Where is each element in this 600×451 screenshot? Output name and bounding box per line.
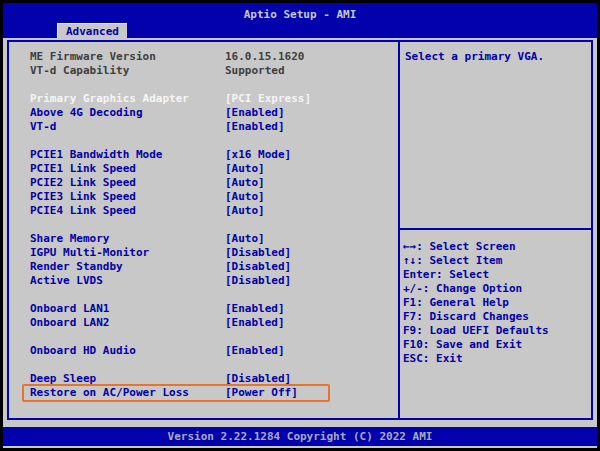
status-bar: Version 2.22.1284 Copyright (C) 2022 AMI [3, 427, 597, 446]
setting-row-deep-sleep[interactable]: Deep Sleep[Disabled] [9, 372, 398, 386]
bios-screen: Aptio Setup - AMI Advanced ME Firmware V… [0, 0, 600, 451]
setting-row-igpu-multi-monitor[interactable]: IGPU Multi-Monitor[Disabled] [9, 246, 398, 260]
blank-row [9, 288, 398, 302]
key-hint-select: Enter: Select [403, 268, 591, 282]
setting-label: PCIE4 Link Speed [30, 204, 136, 218]
help-pane: Select a primary VGA. ←→: Select Screen↑… [400, 42, 591, 418]
setting-row-onboard-lan1[interactable]: Onboard LAN1[Enabled] [9, 302, 398, 316]
setting-row-onboard-lan2[interactable]: Onboard LAN2[Enabled] [9, 316, 398, 330]
setting-value[interactable]: [Enabled] [225, 120, 285, 134]
setting-label: Render Standby [30, 260, 123, 274]
setting-label: Onboard LAN2 [30, 316, 109, 330]
setting-row-pcie2-link-speed[interactable]: PCIE2 Link Speed[Auto] [9, 176, 398, 190]
blank-row [9, 358, 398, 372]
setting-label: PCIE2 Link Speed [30, 176, 136, 190]
setting-row-restore-on-ac-power-loss[interactable]: Restore on AC/Power Loss[Power Off] [9, 386, 398, 400]
setting-value: 16.0.15.1620 [225, 50, 304, 64]
setting-value[interactable]: [Enabled] [225, 302, 285, 316]
app-title: Aptio Setup - AMI [3, 3, 597, 22]
setting-value[interactable]: [Disabled] [225, 274, 291, 288]
setting-value[interactable]: [x16 Mode] [225, 148, 291, 162]
setting-label: Active LVDS [30, 274, 103, 288]
setting-row-me-firmware-version: ME Firmware Version16.0.15.1620 [9, 50, 398, 64]
key-legend: ←→: Select Screen↑↓: Select ItemEnter: S… [403, 240, 591, 366]
blank-row [9, 78, 398, 92]
setting-row-pcie1-link-speed[interactable]: PCIE1 Link Speed[Auto] [9, 162, 398, 176]
key-hint-save-and-exit: F10: Save and Exit [403, 338, 591, 352]
setting-value[interactable]: [Enabled] [225, 344, 285, 358]
setting-value[interactable]: [Power Off] [225, 386, 298, 400]
blank-row [9, 218, 398, 232]
key-hint-load-uefi-defaults: F9: Load UEFI Defaults [403, 324, 591, 338]
setting-row-share-memory[interactable]: Share Memory[Auto] [9, 232, 398, 246]
setting-row-vt-d[interactable]: VT-d[Enabled] [9, 120, 398, 134]
setting-label: VT-d Capability [30, 64, 129, 78]
setting-row-render-standby[interactable]: Render Standby[Disabled] [9, 260, 398, 274]
setting-row-pcie1-bandwidth-mode[interactable]: PCIE1 Bandwidth Mode[x16 Mode] [9, 148, 398, 162]
key-hint-select-screen: ←→: Select Screen [403, 240, 591, 254]
setting-label: Deep Sleep [30, 372, 96, 386]
horizontal-divider [400, 228, 591, 230]
key-hint-exit: ESC: Exit [403, 352, 591, 366]
setting-row-onboard-hd-audio[interactable]: Onboard HD Audio[Enabled] [9, 344, 398, 358]
setting-value[interactable]: [Enabled] [225, 316, 285, 330]
key-hint-general-help: F1: General Help [403, 296, 591, 310]
setting-label: Primary Graphics Adapter [30, 92, 189, 106]
setting-row-vt-d-capability: VT-d CapabilitySupported [9, 64, 398, 78]
setting-label: IGPU Multi-Monitor [30, 246, 149, 260]
title-bar: Aptio Setup - AMI Advanced [3, 3, 597, 38]
setting-label: Share Memory [30, 232, 109, 246]
setting-label: Onboard LAN1 [30, 302, 109, 316]
bios-inner: Aptio Setup - AMI Advanced ME Firmware V… [3, 3, 597, 448]
setting-row-primary-graphics-adapter[interactable]: Primary Graphics Adapter[PCI Express] [9, 92, 398, 106]
key-hint-select-item: ↑↓: Select Item [403, 254, 591, 268]
setting-value[interactable]: [Disabled] [225, 246, 291, 260]
setting-value[interactable]: [Enabled] [225, 106, 285, 120]
setting-value[interactable]: [Auto] [225, 204, 265, 218]
setting-label: VT-d [30, 120, 57, 134]
setting-row-active-lvds[interactable]: Active LVDS[Disabled] [9, 274, 398, 288]
setting-label: Restore on AC/Power Loss [30, 386, 189, 400]
blank-row [9, 330, 398, 344]
setting-label: PCIE1 Link Speed [30, 162, 136, 176]
setting-label: Onboard HD Audio [30, 344, 136, 358]
key-hint-change-option: +/-: Change Option [403, 282, 591, 296]
version-text: Version 2.22.1284 Copyright (C) 2022 AMI [168, 430, 433, 443]
setting-label: PCIE1 Bandwidth Mode [30, 148, 162, 162]
setting-row-pcie4-link-speed[interactable]: PCIE4 Link Speed[Auto] [9, 204, 398, 218]
blank-row [9, 134, 398, 148]
setting-value: Supported [225, 64, 285, 78]
setting-value[interactable]: [Auto] [225, 190, 265, 204]
item-help-text: Select a primary VGA. [405, 50, 588, 64]
key-hint-discard-changes: F7: Discard Changes [403, 310, 591, 324]
tab-advanced[interactable]: Advanced [57, 23, 127, 38]
setting-value[interactable]: [Auto] [225, 176, 265, 190]
setting-row-pcie3-link-speed[interactable]: PCIE3 Link Speed[Auto] [9, 190, 398, 204]
setting-row-above-4g-decoding[interactable]: Above 4G Decoding[Enabled] [9, 106, 398, 120]
setting-value[interactable]: [Auto] [225, 232, 265, 246]
setting-label: PCIE3 Link Speed [30, 190, 136, 204]
setting-label: ME Firmware Version [30, 50, 156, 64]
setting-value[interactable]: [Disabled] [225, 260, 291, 274]
setting-value[interactable]: [Disabled] [225, 372, 291, 386]
setting-value[interactable]: [Auto] [225, 162, 265, 176]
main-panel: ME Firmware Version16.0.15.1620VT-d Capa… [7, 40, 593, 420]
setting-label: Above 4G Decoding [30, 106, 143, 120]
settings-pane: ME Firmware Version16.0.15.1620VT-d Capa… [9, 42, 398, 418]
setting-value[interactable]: [PCI Express] [225, 92, 311, 106]
